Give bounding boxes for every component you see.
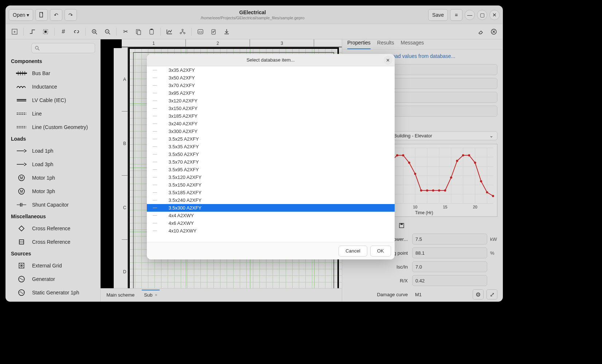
- list-item[interactable]: 3.5x35 A2XFY: [147, 143, 395, 150]
- list-item[interactable]: 3.5x70 A2XFY: [147, 158, 395, 166]
- list-item[interactable]: 3x50 A2XFY: [147, 74, 395, 82]
- list-item[interactable]: 3x150 A2XFY: [147, 105, 395, 112]
- list-item[interactable]: 3x120 A2XFY: [147, 97, 395, 105]
- database-item-list[interactable]: 3x35 A2XFY3x50 A2XFY3x70 A2XFY3x95 A2XFY…: [147, 66, 395, 242]
- modal-backdrop: Select database item... ✕ 3x35 A2XFY3x50…: [6, 6, 503, 301]
- list-item[interactable]: 3.5x25 A2XFY: [147, 135, 395, 143]
- list-item[interactable]: 3x70 A2XFY: [147, 82, 395, 89]
- list-item[interactable]: 4x10 A2XWY: [147, 227, 395, 235]
- list-item[interactable]: 3x185 A2XFY: [147, 112, 395, 120]
- ok-button[interactable]: OK: [370, 246, 391, 257]
- list-item[interactable]: 3.5x240 A2XFY: [147, 196, 395, 204]
- list-item[interactable]: 3.5x300 A2XFY: [147, 204, 395, 212]
- list-item[interactable]: 3.5x150 A2XFY: [147, 181, 395, 189]
- list-item[interactable]: 3.5x120 A2XFY: [147, 173, 395, 181]
- list-item[interactable]: 4x4 A2XWY: [147, 212, 395, 219]
- list-item[interactable]: 3.5x50 A2XFY: [147, 150, 395, 158]
- list-item[interactable]: 3x95 A2XFY: [147, 89, 395, 97]
- dialog-title: Select database item...: [147, 57, 395, 63]
- list-item[interactable]: 3x35 A2XFY: [147, 66, 395, 74]
- list-item[interactable]: 4x6 A2XWY: [147, 219, 395, 227]
- list-item[interactable]: 3x240 A2XFY: [147, 120, 395, 128]
- app-window: Open ▾ ↶ ↷ GElectrical /home/eee/Project…: [6, 6, 503, 301]
- list-item[interactable]: 3.5x95 A2XFY: [147, 166, 395, 173]
- cancel-button[interactable]: Cancel: [339, 246, 367, 257]
- list-item[interactable]: 3x300 A2XFY: [147, 128, 395, 135]
- dialog-close-button[interactable]: ✕: [384, 56, 392, 64]
- select-db-item-dialog: Select database item... ✕ 3x35 A2XFY3x50…: [147, 54, 395, 259]
- list-item[interactable]: 3.5x185 A2XFY: [147, 189, 395, 196]
